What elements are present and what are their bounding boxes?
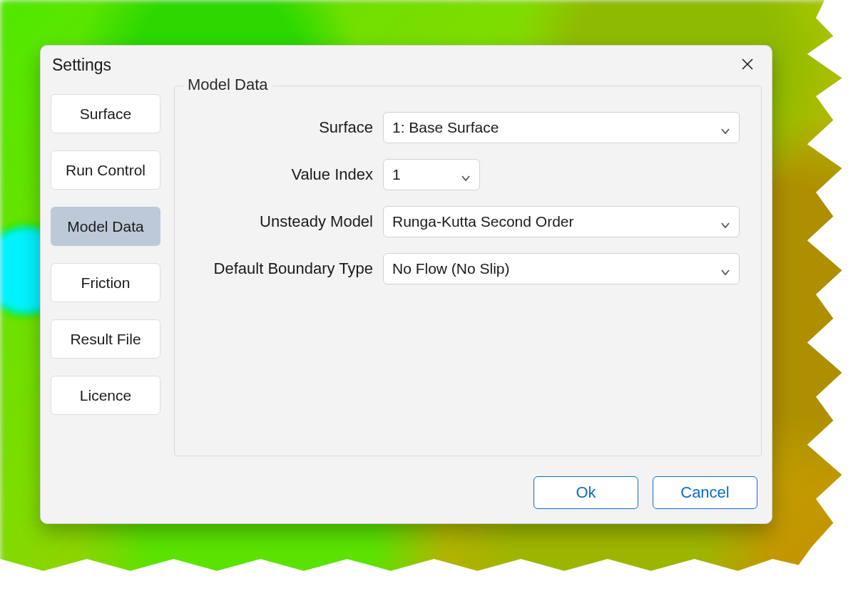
ok-label: Ok [576, 483, 596, 501]
surface-label: Surface [188, 118, 373, 137]
settings-sidebar: Surface Run Control Model Data Friction … [51, 84, 174, 465]
sidebar-item-label: Model Data [67, 218, 143, 235]
dialog-footer: Ok Cancel [41, 465, 772, 523]
dialog-title: Settings [52, 56, 111, 75]
titlebar: Settings [41, 46, 772, 84]
sidebar-item-licence[interactable]: Licence [51, 376, 160, 415]
settings-dialog: Settings Surface Run Control Model Data … [40, 45, 772, 524]
chevron-down-icon [461, 170, 471, 180]
default-boundary-type-value: No Flow (No Slip) [392, 260, 510, 277]
chevron-down-icon [720, 264, 730, 274]
unsteady-model-value: Runga-Kutta Second Order [392, 213, 573, 230]
unsteady-model-select[interactable]: Runga-Kutta Second Order [383, 206, 740, 237]
sidebar-item-label: Licence [80, 387, 131, 404]
sidebar-item-label: Result File [70, 331, 141, 347]
cancel-label: Cancel [680, 483, 729, 501]
sidebar-item-label: Run Control [66, 162, 145, 178]
value-index-label: Value Index [188, 165, 373, 184]
panel-title: Model Data [183, 76, 272, 94]
chevron-down-icon [720, 217, 730, 227]
model-data-form: Surface 1: Base Surface Value Index 1 Un… [188, 112, 748, 284]
value-index-select[interactable]: 1 [383, 159, 480, 190]
sidebar-item-friction[interactable]: Friction [51, 263, 160, 302]
sidebar-item-label: Friction [81, 274, 131, 291]
value-index-value: 1 [392, 166, 401, 183]
unsteady-model-label: Unsteady Model [188, 212, 373, 231]
close-button[interactable] [735, 52, 760, 78]
chevron-down-icon [720, 123, 730, 133]
close-icon [741, 58, 754, 73]
default-boundary-type-select[interactable]: No Flow (No Slip) [383, 253, 740, 284]
settings-panel: Model Data Surface 1: Base Surface Value… [174, 86, 762, 456]
sidebar-item-run-control[interactable]: Run Control [51, 150, 160, 190]
sidebar-item-label: Surface [80, 106, 131, 122]
sidebar-item-model-data[interactable]: Model Data [51, 207, 160, 246]
surface-value: 1: Base Surface [392, 119, 499, 136]
default-boundary-type-label: Default Boundary Type [188, 260, 373, 278]
sidebar-item-result-file[interactable]: Result File [51, 319, 160, 359]
ok-button[interactable]: Ok [533, 476, 638, 509]
cancel-button[interactable]: Cancel [653, 476, 757, 509]
sidebar-item-surface[interactable]: Surface [51, 94, 160, 133]
surface-select[interactable]: 1: Base Surface [383, 112, 740, 143]
